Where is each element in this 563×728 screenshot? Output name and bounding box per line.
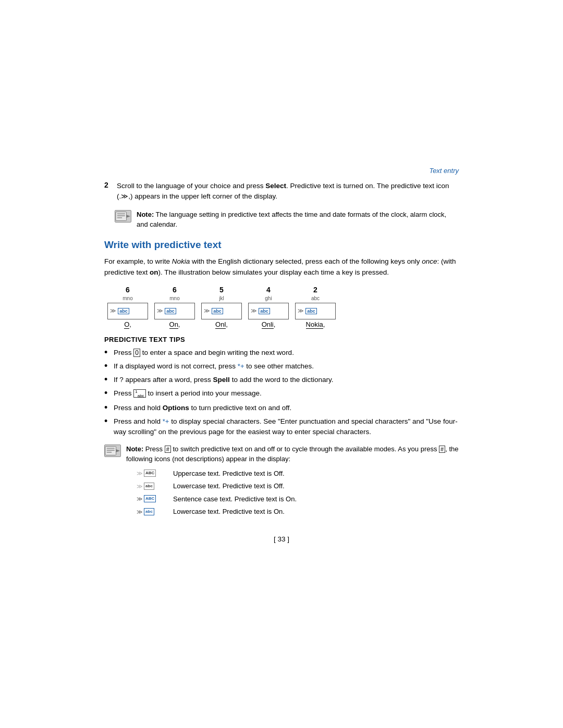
key-illustration: 6mno ≫ abc O, 6mno ≫ abc On, 5jkl [104,286,459,328]
icon-row-3: ≫ ABC Sentence case text. Predictive tex… [137,494,459,504]
note-label-1: Note: [137,211,154,218]
wave-icon-3: ≫ [204,307,210,314]
page-container: Text entry 2 Scroll to the language of y… [0,0,563,728]
tips-heading: PREDICTIVE TEXT TIPS [104,336,459,343]
note-block-1: Note: The language setting in predictive… [115,209,459,230]
note-text-2: Note: Press # to switch predictive text … [126,444,459,520]
abc-small-1: ABC [144,470,156,477]
icon-row-text-2: Lowercase text. Predictive text is Off. [173,481,285,491]
key-word-4: Onli, [248,320,289,328]
abc-badge-4: abc [259,308,270,314]
key-word-1: O, [107,320,148,328]
tip-text-2: If a displayed word is not correct, pres… [114,361,459,372]
icon-row-1: ≫ ABC Uppercase text. Predictive text is… [137,468,459,479]
intro-part2: with the English dictionary selected, pr… [190,257,422,265]
key-num-2: 6mno [169,286,179,302]
step-number: 2 [104,181,117,189]
key-box-3: ≫ abc [201,303,242,319]
bullet-1: • [104,348,114,358]
key-box-1: ≫ abc [107,303,148,319]
svg-marker-4 [127,215,131,218]
on-bold: on [150,268,158,276]
intro-text: For example, to write Nokia with the Eng… [104,256,459,278]
note-text-1: Note: The language setting in predictive… [137,209,459,230]
step-2-block: 2 Scroll to the language of your choice … [104,181,459,202]
bullet-2: • [104,361,114,372]
key-word-3: Onl, [201,320,242,328]
abc-badge-1: abc [118,308,129,314]
wave-small-4: ≫ [137,508,142,516]
content-area: Text entry 2 Scroll to the language of y… [104,0,459,585]
icon-row-text-4: Lowercase text. Predictive text is On. [173,507,285,517]
abc-badge-5: abc [305,308,317,314]
key-box-4: ≫ abc [248,303,289,319]
intro-part4: ). The illustration below simulates your… [158,268,389,276]
key-col-3: 5jkl ≫ abc Onl, [198,286,245,328]
abc-small-3: ABC [144,495,156,502]
bullet-3: • [104,375,114,385]
wave-small-2: ≫ [137,482,142,491]
nokia-italic: Nokia [172,257,190,265]
step-text-part3: ,) appears in the upper left corner of t… [128,192,277,200]
key-num-4: 4ghi [265,286,272,302]
tips-list: • Press 0 to enter a space and begin wri… [104,348,459,438]
note-label-2: Note: [126,445,143,453]
key-0: 0 [133,349,140,357]
key-col-2: 6mno ≫ abc On, [151,286,198,328]
key-num-5: 2abc [311,286,320,302]
tip-4: • Press 1abc to insert a period into you… [104,388,459,399]
icon-rows: ≫ ABC Uppercase text. Predictive text is… [137,468,459,517]
svg-rect-3 [117,217,122,218]
step-select: Select [265,182,286,190]
note-icon-svg-2 [105,445,120,457]
wave-small-3: ≫ [137,495,142,503]
key-hash-1: # [165,446,171,453]
key-options: Options [163,404,189,412]
wave-icon-2: ≫ [157,307,163,314]
key-col-1: 6mno ≫ abc O, [104,286,151,328]
key-star-2: *+ [163,417,169,425]
icon-row-icons-3: ≫ ABC [137,495,168,503]
tip-2: • If a displayed word is not correct, pr… [104,361,459,372]
note-icon-1 [115,210,131,223]
note-icon-2 [104,445,121,457]
svg-marker-9 [116,449,120,452]
key-num-3: 5jkl [219,286,224,302]
tip-3: • If ? appears after a word, press Spell… [104,375,459,385]
tip-6: • Press and hold *+ to display special c… [104,416,459,438]
section-label: Text entry [104,167,459,175]
bullet-6: • [104,416,114,427]
svg-rect-7 [107,450,115,451]
intro-part1: For example, to write [104,257,172,265]
step-text: Scroll to the language of your choice an… [117,181,459,202]
key-hash-2: # [439,446,445,453]
tip-text-3: If ? appears after a word, press Spell t… [114,375,459,385]
key-spell: Spell [213,376,230,384]
abc-badge-2: abc [165,308,176,314]
page-footer: [ 33 ] [104,535,459,543]
key-col-4: 4ghi ≫ abc Onli, [245,286,292,328]
svg-rect-2 [117,215,125,216]
note-content-2: Press [145,445,165,453]
tip-text-1: Press 0 to enter a space and begin writi… [114,348,459,358]
wave-icon-4: ≫ [251,307,256,314]
icon-row-icons-1: ≫ ABC [137,469,168,478]
svg-rect-1 [117,213,125,214]
key-box-2: ≫ abc [154,303,195,319]
tip-5: • Press and hold Options to turn predict… [104,403,459,413]
wave-small-1: ≫ [137,469,142,478]
once-italic: once [422,257,437,265]
abc-small-4: abc [144,508,154,515]
key-1: 1abc [133,389,145,398]
key-word-2: On, [154,320,195,328]
key-box-5: ≫ abc [295,303,336,319]
tip-text-5: Press and hold Options to turn predictiv… [114,403,459,413]
key-star: *+ [238,362,244,370]
note-content-1: The language setting in predictive text … [137,211,446,229]
key-word-5: Nokia, [295,320,336,328]
icon-row-icons-4: ≫ abc [137,508,168,516]
icon-row-2: ≫ abc Lowercase text. Predictive text is… [137,481,459,491]
note-block-2: Note: Press # to switch predictive text … [104,444,459,520]
tip-text-4: Press 1abc to insert a period into your … [114,388,459,399]
bullet-4: • [104,388,114,399]
